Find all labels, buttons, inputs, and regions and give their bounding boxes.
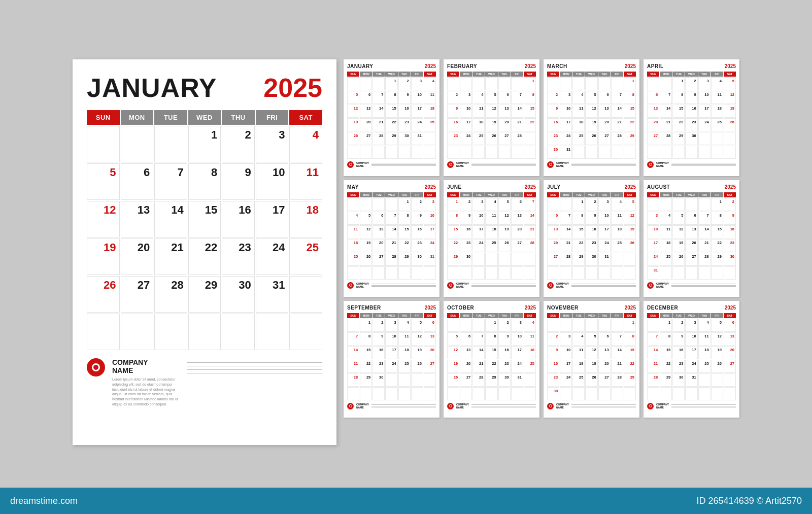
large-cal-cell: 10 bbox=[256, 163, 289, 200]
sm-day-headers: SUNMONTUEWEDTHUFRISAT bbox=[347, 313, 436, 318]
sm-cal-grid: 1234567891011121314151617181920212223242… bbox=[547, 319, 636, 400]
sm-cal-cell: 24 bbox=[424, 239, 436, 252]
sm-cal-cell bbox=[373, 146, 385, 159]
sm-cal-cell: 17 bbox=[385, 346, 397, 359]
sm-company-name: COMPANY NAME bbox=[556, 282, 569, 288]
sm-logo-inner bbox=[449, 404, 452, 407]
large-cal-cell bbox=[154, 314, 187, 350]
large-company-name: COMPANYNAME bbox=[112, 358, 180, 375]
sm-cal-cell: 17 bbox=[472, 225, 485, 238]
sm-cal-cell: 29 bbox=[485, 373, 497, 387]
sm-cal-cell: 24 bbox=[685, 360, 697, 373]
sm-cal-cell bbox=[398, 387, 411, 400]
sm-cal-cell: 16 bbox=[398, 105, 411, 118]
sm-cal-cell bbox=[373, 77, 385, 90]
sm-cal-cell bbox=[447, 319, 459, 332]
large-cal-cell bbox=[289, 314, 322, 350]
sm-cal-cell: 5 bbox=[672, 212, 685, 225]
sm-cal-cell bbox=[572, 77, 585, 90]
sm-cal-cell: 15 bbox=[485, 346, 497, 359]
sm-cal-cell bbox=[547, 266, 559, 280]
sm-cal-cell: 3 bbox=[698, 77, 710, 90]
line-2 bbox=[187, 366, 322, 366]
sm-dh-tue: TUE bbox=[572, 72, 585, 77]
large-cal-grid: 1234567891011121314151617181920212223242… bbox=[87, 126, 322, 350]
sm-cal-cell: 13 bbox=[498, 105, 511, 118]
sm-cal-cell bbox=[498, 77, 511, 90]
sm-cal-cell: 10 bbox=[698, 91, 710, 104]
sm-dh-sun: SUN bbox=[647, 72, 659, 77]
sm-cal-cell: 30 bbox=[411, 253, 423, 266]
sm-cal-cell bbox=[724, 387, 736, 400]
sm-cal-cell: 1 bbox=[524, 77, 536, 90]
sm-cal-cell: 10 bbox=[460, 105, 472, 118]
sm-cal-cell bbox=[373, 198, 385, 211]
sm-cal-cell: 7 bbox=[511, 91, 523, 104]
sm-line bbox=[371, 406, 436, 406]
sm-line bbox=[571, 163, 636, 163]
sm-cal-cell: 12 bbox=[711, 332, 723, 346]
sm-cal-cell: 24 bbox=[560, 132, 572, 145]
sm-cal-cell: 25 bbox=[485, 239, 497, 252]
sm-cal-cell: 10 bbox=[424, 212, 436, 225]
sm-dh-thu: THU bbox=[498, 72, 511, 77]
sm-cal-cell: 30 bbox=[724, 253, 736, 266]
sm-cal-cell: 2 bbox=[411, 198, 423, 211]
sm-cal-cell: 28 bbox=[660, 132, 672, 145]
sm-dh-wed: WED bbox=[585, 72, 597, 77]
sm-cal-cell: 26 bbox=[585, 132, 597, 145]
sm-cal-cell: 2 bbox=[498, 319, 511, 332]
sm-cal-cell: 11 bbox=[698, 332, 710, 346]
sm-dh-mon: MON bbox=[660, 72, 672, 77]
sm-cal-cell bbox=[347, 198, 359, 211]
large-cal-cell: 14 bbox=[154, 201, 187, 237]
sm-cal-cell bbox=[472, 387, 485, 400]
large-cal-cell: 24 bbox=[256, 238, 289, 275]
sm-cal-cell: 21 bbox=[511, 118, 523, 131]
sm-cal-cell: 8 bbox=[624, 91, 636, 104]
sm-cal-cell: 31 bbox=[598, 253, 611, 266]
sm-cal-cell: 14 bbox=[524, 212, 536, 225]
sm-cal-cell bbox=[611, 387, 623, 400]
sm-cal-cell bbox=[460, 319, 472, 332]
sm-line bbox=[671, 406, 736, 406]
sm-cal-cell: 9 bbox=[411, 212, 423, 225]
sm-cal-cell bbox=[511, 253, 523, 266]
sm-header: SEPTEMBER2025 bbox=[347, 305, 436, 311]
sm-cal-cell: 2 bbox=[547, 332, 559, 346]
large-day-headers: SUN MON TUE WED THU FRI SAT bbox=[87, 110, 322, 125]
sm-year: 2025 bbox=[425, 63, 436, 69]
sm-cal-cell bbox=[373, 266, 385, 280]
sm-cal-cell bbox=[660, 266, 672, 280]
sm-cal-cell bbox=[472, 266, 485, 280]
sm-cal-cell: 28 bbox=[373, 132, 385, 145]
large-cal-cell: 8 bbox=[188, 163, 221, 200]
sm-cal-cell: 28 bbox=[524, 239, 536, 252]
sm-logo-inner bbox=[549, 404, 552, 407]
sm-cal-cell: 11 bbox=[711, 91, 723, 104]
sm-cal-cell: 15 bbox=[360, 346, 372, 359]
large-cal-cell: 19 bbox=[87, 238, 120, 275]
sm-dh-sat: SAT bbox=[624, 192, 636, 197]
sm-cal-cell bbox=[685, 266, 697, 280]
sm-footer: COMPANY NAME bbox=[447, 403, 536, 409]
sm-cal-cell bbox=[698, 373, 710, 387]
sm-cal-cell bbox=[385, 146, 397, 159]
sm-cal-cell: 30 bbox=[547, 387, 559, 400]
sm-line bbox=[671, 407, 736, 407]
sm-cal-cell: 22 bbox=[672, 118, 685, 131]
sm-cal-cell: 9 bbox=[547, 105, 559, 118]
sm-dh-sat: SAT bbox=[424, 72, 436, 77]
sm-cal-cell: 14 bbox=[611, 105, 623, 118]
sm-day-headers: SUNMONTUEWEDTHUFRISAT bbox=[647, 313, 736, 318]
sm-cal-cell bbox=[524, 132, 536, 145]
sm-cal-cell: 30 bbox=[373, 373, 385, 387]
sm-cal-cell: 21 bbox=[524, 225, 536, 238]
sm-cal-cell: 9 bbox=[460, 212, 472, 225]
sm-footer: COMPANY NAME bbox=[547, 403, 636, 409]
sm-cal-cell bbox=[447, 146, 459, 159]
sm-cal-cell bbox=[424, 266, 436, 280]
large-calendar-january: JANUARY 2025 SUN MON TUE WED THU FRI SAT… bbox=[73, 59, 336, 445]
large-cal-cell: 28 bbox=[154, 276, 187, 313]
sm-cal-cell: 16 bbox=[547, 360, 559, 373]
